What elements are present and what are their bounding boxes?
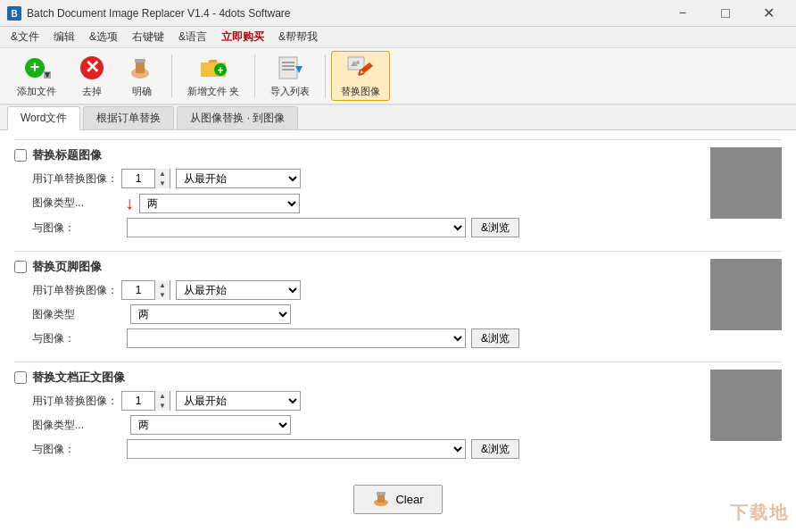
footer-order-row: 用订单替换图像： ▲ ▼ 从最开始 [14,280,710,300]
header-order-up[interactable]: ▲ [155,169,170,179]
menu-rightclick[interactable]: 右键键 [125,28,171,46]
footer-order-label: 用订单替换图像： [32,283,121,298]
remove-label: 去掉 [82,85,102,98]
body-browse-button[interactable]: &浏览 [471,439,519,459]
import-list-button[interactable]: 导入列表 [261,51,319,101]
body-image-label: 与图像： [32,442,121,457]
header-image-preview [710,147,782,219]
header-image-row: 与图像： &浏览 [14,218,710,237]
body-type-select[interactable]: 两 [130,415,291,435]
footer-from-select[interactable]: 从最开始 [176,280,301,300]
window-title: Batch Document Image Replacer V1.4 - 4do… [27,7,662,20]
footer-order-input[interactable] [122,281,154,299]
clear-tool-label: 明确 [132,85,152,98]
footer-image-section: 替换页脚图像 用订单替换图像： ▲ ▼ 从最开始 [14,251,782,353]
footer-order-up[interactable]: ▲ [155,280,170,290]
body-image-section: 替换文档正文图像 用订单替换图像： ▲ ▼ 从最开始 [14,362,782,463]
body-order-input[interactable] [122,392,154,410]
footer-type-select[interactable]: 两 [130,304,291,324]
header-from-select[interactable]: 从最开始 [176,169,301,188]
new-folder-label: 新增文件 夹 [187,85,239,98]
footer-type-row: 图像类型 两 [14,304,710,324]
body-image-layout: 替换文档正文图像 用订单替换图像： ▲ ▼ 从最开始 [14,370,782,463]
body-order-row: 用订单替换图像： ▲ ▼ 从最开始 [14,391,710,411]
clear-button[interactable]: Clear [353,485,442,514]
header-image-layout: 替换标题图像 用订单替换图像： ▲ ▼ 从最开始 [14,147,782,242]
body-image-row: 与图像： &浏览 [14,439,710,459]
body-type-row: 图像类型... 两 [14,415,710,435]
toolbar-separator-2 [254,54,255,97]
import-list-icon [276,54,304,82]
body-order-spinner-btns: ▲ ▼ [154,391,170,411]
header-order-label: 用订单替换图像： [32,171,121,187]
tab-word-files[interactable]: Word文件 [7,106,80,130]
svg-text:✕: ✕ [85,57,100,77]
body-type-label: 图像类型... [32,418,121,433]
close-button[interactable]: ✕ [748,0,789,27]
menu-edit[interactable]: 编辑 [46,28,82,46]
new-folder-button[interactable]: + 新增文件 夹 [178,51,249,101]
add-file-button[interactable]: + ▼ 添加文件 [7,51,66,101]
menu-help[interactable]: &帮帮我 [271,28,325,46]
svg-text:▼: ▼ [43,70,51,79]
header-order-down[interactable]: ▼ [155,179,170,188]
footer-browse-button[interactable]: &浏览 [471,328,519,348]
tab-by-order[interactable]: 根据订单替换 [83,106,174,129]
red-arrow-icon: ↓ [125,193,134,213]
footer-order-spinner[interactable]: ▲ ▼ [121,280,170,300]
replace-image-icon [346,54,375,82]
menu-file[interactable]: &文件 [4,28,46,46]
header-order-input[interactable] [122,170,154,187]
window-controls: － □ ✕ [662,0,789,27]
body-order-up[interactable]: ▲ [155,391,170,401]
svg-rect-25 [377,492,386,495]
tab-image-to-image[interactable]: 从图像替换 · 到图像 [177,106,298,129]
body-from-select[interactable]: 从最开始 [176,391,301,411]
header-browse-button[interactable]: &浏览 [471,218,519,237]
menu-bar: &文件 编辑 &选项 右键键 &语言 立即购买 &帮帮我 [0,27,796,48]
footer-type-label: 图像类型 [32,307,121,322]
maximize-button[interactable]: □ [705,0,746,27]
footer-image-select[interactable] [127,328,466,348]
svg-text:+: + [30,58,40,76]
remove-button[interactable]: ✕ 去掉 [68,51,116,101]
toolbar-separator-3 [325,54,326,97]
header-order-row: 用订单替换图像： ▲ ▼ 从最开始 [14,169,710,188]
header-image-fields: 替换标题图像 用订单替换图像： ▲ ▼ 从最开始 [14,147,710,242]
replace-image-label: 替换图像 [341,85,380,98]
header-type-select[interactable]: 两 [139,194,300,213]
body-order-down[interactable]: ▼ [155,401,170,411]
header-image-select[interactable] [127,218,466,237]
add-file-icon: + ▼ [22,54,51,82]
menu-language[interactable]: &语言 [171,28,214,46]
body-order-spinner[interactable]: ▲ ▼ [121,391,170,411]
svg-rect-13 [279,57,297,79]
title-bar: B Batch Document Image Replacer V1.4 - 4… [0,0,796,27]
svg-rect-10 [135,59,145,62]
footer-image-preview [710,259,782,330]
header-image-title: 替换标题图像 [32,147,102,163]
header-type-row: 图像类型... ↓ 两 [14,193,710,213]
new-folder-icon: + [199,54,228,82]
header-type-label: 图像类型... [32,195,121,211]
footer-image-label: 与图像： [32,331,121,346]
clear-tool-button[interactable]: 明确 [118,51,166,101]
header-image-checkbox[interactable] [14,149,27,162]
replace-image-button[interactable]: 替换图像 [331,51,390,101]
clear-tool-icon [128,54,156,82]
tabs-bar: Word文件 根据订单替换 从图像替换 · 到图像 [0,105,796,130]
menu-options[interactable]: &选项 [82,28,125,46]
footer-order-down[interactable]: ▼ [155,290,170,300]
minimize-button[interactable]: － [662,0,703,27]
clear-button-label: Clear [395,493,423,506]
body-image-select[interactable] [127,439,466,459]
body-image-checkbox[interactable] [14,371,27,384]
menu-buynow[interactable]: 立即购买 [214,28,271,46]
main-content: 替换标题图像 用订单替换图像： ▲ ▼ 从最开始 [0,130,796,532]
toolbar-separator-1 [171,54,172,97]
clear-icon [372,489,390,510]
footer-image-title: 替换页脚图像 [32,259,102,275]
header-order-spinner[interactable]: ▲ ▼ [121,169,170,188]
import-list-label: 导入列表 [270,85,310,98]
footer-image-checkbox[interactable] [14,261,27,273]
